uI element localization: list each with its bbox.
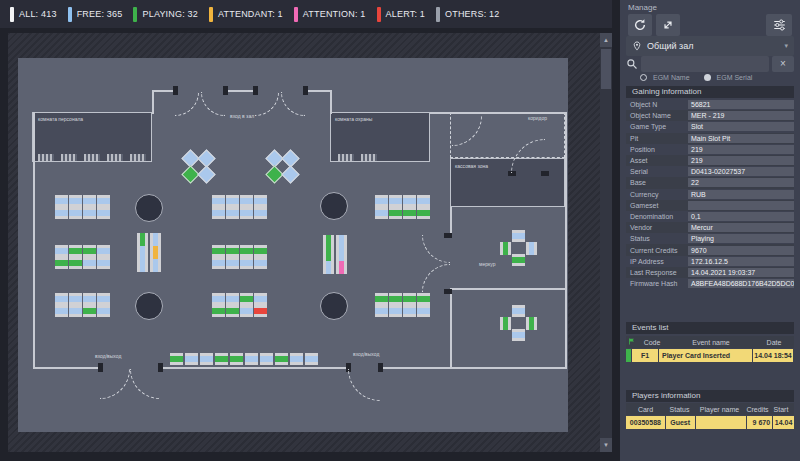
search-input[interactable] — [641, 56, 769, 72]
scroll-down-button[interactable]: ▼ — [600, 438, 612, 452]
slot-machine[interactable] — [417, 305, 430, 317]
slot-machine[interactable] — [97, 195, 110, 207]
slot-machine[interactable] — [403, 207, 416, 219]
slot-machine[interactable] — [69, 257, 82, 269]
slot-machine[interactable] — [137, 233, 148, 246]
slot-machine[interactable] — [260, 353, 273, 365]
status-chip-free[interactable]: FREE: 365 — [68, 7, 123, 22]
expand-button[interactable] — [656, 14, 680, 36]
slot-machine[interactable] — [240, 195, 253, 207]
slot-machine[interactable] — [290, 353, 303, 365]
slot-machine[interactable] — [185, 353, 198, 365]
event-row[interactable]: F1 Player Card Inserted 14.04 18:54 — [626, 349, 794, 362]
slot-machine[interactable] — [150, 259, 161, 272]
gaming-table[interactable] — [320, 292, 348, 320]
slot-machine[interactable] — [389, 305, 402, 317]
scroll-thumb[interactable] — [601, 49, 611, 89]
slot-machine[interactable] — [69, 293, 82, 305]
slot-machine[interactable] — [55, 207, 68, 219]
slot-machine[interactable] — [275, 353, 288, 365]
slot-machine[interactable] — [69, 195, 82, 207]
slot-machine[interactable] — [55, 305, 68, 317]
slot-machine[interactable] — [254, 195, 267, 207]
slot-machine[interactable] — [512, 329, 525, 341]
slot-machine[interactable] — [55, 257, 68, 269]
slot-machine[interactable] — [305, 353, 318, 365]
slot-machine[interactable] — [226, 245, 239, 257]
slot-machine[interactable] — [226, 293, 239, 305]
slot-machine[interactable] — [215, 353, 228, 365]
plan-scrollbar[interactable]: ▲ ▼ — [600, 33, 612, 452]
scroll-up-button[interactable]: ▲ — [600, 33, 612, 47]
slot-machine[interactable] — [83, 207, 96, 219]
slot-machine[interactable] — [526, 242, 537, 255]
slot-machine[interactable] — [254, 293, 267, 305]
slot-machine[interactable] — [336, 248, 347, 261]
slot-machine[interactable] — [240, 293, 253, 305]
slot-machine[interactable] — [240, 245, 253, 257]
status-chip-all[interactable]: ALL: 413 — [10, 7, 57, 22]
slot-machine[interactable] — [97, 245, 110, 257]
slot-machine[interactable] — [97, 305, 110, 317]
slot-machine[interactable] — [230, 353, 243, 365]
slot-machine[interactable] — [137, 246, 148, 259]
status-chip-attention[interactable]: ATTENTION: 1 — [294, 7, 366, 22]
slot-machine[interactable] — [323, 261, 334, 274]
radio-egm-serial[interactable] — [704, 74, 711, 81]
slot-machine[interactable] — [83, 195, 96, 207]
slot-machine[interactable] — [137, 259, 148, 272]
slot-machine[interactable] — [240, 207, 253, 219]
slot-machine[interactable] — [254, 305, 267, 317]
slot-machine[interactable] — [417, 195, 430, 207]
status-chip-attendant[interactable]: ATTENDANT: 1 — [209, 7, 283, 22]
slot-machine[interactable] — [200, 353, 213, 365]
slot-machine[interactable] — [336, 235, 347, 248]
location-select[interactable]: Общий зал ▾ — [626, 36, 794, 56]
slot-machine[interactable] — [226, 195, 239, 207]
slot-machine[interactable] — [240, 257, 253, 269]
slot-machine[interactable] — [254, 245, 267, 257]
slot-machine[interactable] — [403, 293, 416, 305]
slot-machine[interactable] — [254, 207, 267, 219]
slot-machine[interactable] — [150, 246, 161, 259]
slot-machine[interactable] — [55, 293, 68, 305]
status-chip-alert[interactable]: ALERT: 1 — [377, 7, 425, 22]
slot-machine[interactable] — [69, 245, 82, 257]
slot-machine[interactable] — [323, 235, 334, 248]
slot-machine[interactable] — [417, 293, 430, 305]
slot-machine[interactable] — [212, 195, 225, 207]
slot-machine[interactable] — [226, 305, 239, 317]
slot-machine[interactable] — [170, 353, 183, 365]
slot-machine[interactable] — [97, 257, 110, 269]
slot-machine[interactable] — [69, 305, 82, 317]
slot-machine[interactable] — [254, 257, 267, 269]
slot-machine[interactable] — [512, 254, 525, 266]
gaming-table[interactable] — [135, 194, 163, 222]
slot-machine[interactable] — [245, 353, 258, 365]
slot-machine[interactable] — [417, 207, 430, 219]
gaming-table[interactable] — [320, 192, 348, 220]
slot-machine[interactable] — [389, 293, 402, 305]
slot-machine[interactable] — [150, 233, 161, 246]
slot-machine[interactable] — [83, 257, 96, 269]
slot-machine[interactable] — [97, 207, 110, 219]
slot-machine[interactable] — [83, 245, 96, 257]
slot-machine[interactable] — [226, 207, 239, 219]
slot-machine[interactable] — [375, 305, 388, 317]
slot-machine[interactable] — [323, 248, 334, 261]
slot-machine[interactable] — [512, 305, 525, 317]
slot-machine[interactable] — [500, 317, 511, 330]
slot-machine[interactable] — [69, 207, 82, 219]
slot-machine[interactable] — [97, 293, 110, 305]
refresh-button[interactable] — [628, 14, 652, 36]
slot-machine[interactable] — [212, 207, 225, 219]
slot-machine[interactable] — [500, 242, 511, 255]
slot-machine[interactable] — [212, 293, 225, 305]
slot-machine[interactable] — [226, 257, 239, 269]
slot-machine[interactable] — [375, 293, 388, 305]
slot-machine[interactable] — [55, 245, 68, 257]
slot-machine[interactable] — [375, 195, 388, 207]
status-chip-others[interactable]: OTHERS: 12 — [436, 7, 500, 22]
slot-machine[interactable] — [240, 305, 253, 317]
slot-machine[interactable] — [375, 207, 388, 219]
